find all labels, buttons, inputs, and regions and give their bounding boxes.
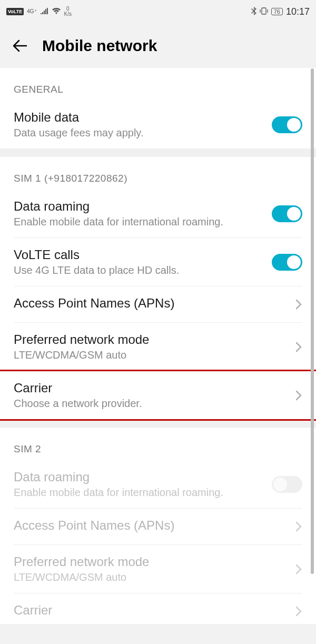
sim2-pref-item: Preferred network mode LTE/WCDMA/GSM aut…	[0, 545, 316, 593]
sim2-pref-sub: LTE/WCDMA/GSM auto	[14, 571, 289, 583]
sim2-roaming-title: Data roaming	[14, 470, 272, 484]
mobile-data-sub: Data usage fees may apply.	[14, 127, 272, 139]
scrollbar[interactable]	[311, 68, 314, 574]
wifi-icon	[52, 7, 61, 16]
network-type: 4G⁺	[27, 9, 36, 14]
sim1-volte-item[interactable]: VoLTE calls Use 4G LTE data to place HD …	[0, 238, 316, 286]
sim1-roaming-item[interactable]: Data roaming Enable mobile data for inte…	[0, 190, 316, 237]
sim1-roaming-toggle[interactable]	[272, 205, 302, 222]
sim2-roaming-sub: Enable mobile data for international roa…	[14, 487, 272, 499]
sim1-apn-title: Access Point Names (APNs)	[14, 296, 289, 311]
sim1-carrier-title: Carrier	[14, 381, 289, 395]
sim1-volte-toggle[interactable]	[272, 254, 302, 271]
speed-indicator: 0 K/s	[64, 6, 72, 17]
back-button[interactable]	[11, 36, 29, 55]
chevron-right-icon	[295, 520, 302, 533]
sim2-apn-title: Access Point Names (APNs)	[14, 518, 289, 533]
volte-badge: VoLTE	[6, 8, 24, 15]
page-title: Mobile network	[42, 37, 157, 55]
battery-indicator: 76	[271, 8, 283, 15]
sim1-carrier-item[interactable]: Carrier Choose a network provider.	[0, 371, 316, 419]
bluetooth-icon	[251, 7, 256, 17]
sim1-pref-sub: LTE/WCDMA/GSM auto	[14, 349, 289, 361]
sim1-pref-title: Preferred network mode	[14, 332, 289, 347]
sim2-carrier-item: Carrier	[0, 593, 316, 624]
section-header-sim2: SIM 2	[0, 428, 316, 460]
sim2-roaming-toggle	[272, 476, 302, 493]
header: Mobile network	[0, 23, 316, 68]
sim1-volte-title: VoLTE calls	[14, 247, 272, 262]
chevron-right-icon	[295, 341, 302, 353]
clock: 10:17	[286, 6, 310, 17]
sim2-pref-title: Preferred network mode	[14, 554, 289, 569]
chevron-right-icon	[295, 389, 302, 402]
sim1-apn-item[interactable]: Access Point Names (APNs)	[0, 286, 316, 322]
mobile-data-item[interactable]: Mobile data Data usage fees may apply.	[0, 101, 316, 148]
vibrate-icon	[260, 7, 268, 16]
section-header-general: GENERAL	[0, 68, 316, 101]
sim1-roaming-title: Data roaming	[14, 199, 272, 214]
sim1-volte-sub: Use 4G LTE data to place HD calls.	[14, 264, 272, 276]
sim1-roaming-sub: Enable mobile data for international roa…	[14, 216, 272, 228]
sim2-apn-item: Access Point Names (APNs)	[0, 509, 316, 544]
chevron-right-icon	[295, 605, 302, 618]
sim1-pref-item[interactable]: Preferred network mode LTE/WCDMA/GSM aut…	[0, 323, 316, 371]
mobile-data-title: Mobile data	[14, 110, 272, 125]
mobile-data-toggle[interactable]	[272, 116, 302, 133]
svg-rect-0	[262, 8, 266, 14]
sim2-roaming-item: Data roaming Enable mobile data for inte…	[0, 460, 316, 508]
section-header-sim1: SIM 1 (+918017220862)	[0, 157, 316, 190]
statusbar: VoLTE 4G⁺ 0 K/s 76 10:17	[0, 0, 316, 23]
sim1-carrier-sub: Choose a network provider.	[14, 398, 289, 410]
chevron-right-icon	[295, 298, 302, 311]
signal-icon	[40, 7, 48, 16]
sim2-carrier-title: Carrier	[14, 603, 289, 618]
chevron-right-icon	[295, 563, 302, 576]
